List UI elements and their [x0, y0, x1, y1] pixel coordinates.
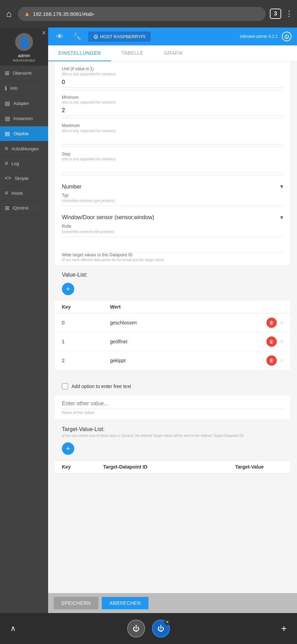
target-col-key: Key: [62, 464, 103, 470]
type-select[interactable]: Number String Boolean: [62, 184, 280, 190]
app-icon-2[interactable]: ⏻ ✕: [152, 620, 170, 637]
unit-field: Unit (if value is 1) (this is only suppo…: [62, 62, 283, 90]
role-select[interactable]: Window/Door sensor (sensor.window) Switc…: [62, 214, 280, 220]
host-label: HOST RASPBERRYPI: [100, 34, 145, 39]
warning-icon: ▲: [24, 10, 30, 18]
maximum-field: Maximum (this is only supported for numb…: [62, 118, 283, 147]
host-button[interactable]: ⏻ HOST RASPBERRYPI: [88, 32, 151, 42]
version-badge: ioBroker.admin 4.2.1: [240, 34, 278, 39]
adapter-icon: ▤: [5, 100, 10, 107]
target-header: Target-Value-List:: [55, 426, 290, 432]
main-content: 👁 🔧 ⏻ HOST RASPBERRYPI ioBroker.admin 4.…: [48, 28, 297, 613]
row-val-2: gekippt: [110, 358, 266, 363]
drag-handle-0[interactable]: ≡: [280, 320, 283, 326]
sidebar-label: Log: [11, 161, 19, 166]
row-actions-1: 🗑 ≡: [266, 336, 283, 347]
close-icon[interactable]: ✕: [42, 30, 46, 36]
row-val-0: geschlossen: [110, 320, 266, 325]
drag-handle-1[interactable]: ≡: [280, 339, 283, 345]
sidebar: ✕ 👤 admin Administrator ⊞ Übersicht ℹ In…: [0, 28, 48, 613]
table-row: 2 gekippt 🗑 ≡: [55, 351, 290, 370]
sidebar-label: Objekte: [13, 131, 29, 136]
sidebar-item-info[interactable]: ℹ Info: [0, 81, 48, 96]
home-button[interactable]: ⌂: [4, 7, 14, 21]
sidebar-label: iQontrol: [13, 205, 29, 211]
row-key-2: 2: [62, 358, 110, 363]
objekte-icon: ▤: [5, 130, 10, 137]
add-tab-button[interactable]: +: [281, 623, 287, 634]
up-button[interactable]: ∧: [10, 624, 16, 633]
address-bar[interactable]: ▲ 192.168.178.35:8081/#tab-: [18, 7, 266, 21]
browser-chrome: ⌂ ▲ 192.168.178.35:8081/#tab- 3 ⋮: [0, 0, 297, 28]
delete-row-2-button[interactable]: 🗑: [266, 355, 277, 366]
log-icon: ≡: [5, 160, 8, 167]
role-sublabel: Rolle (overwrites common.role property): [62, 224, 283, 234]
delete-row-0-button[interactable]: 🗑: [266, 318, 277, 328]
value-list-header: Value-List:: [55, 272, 290, 278]
grid-icon: ⊞: [5, 70, 9, 76]
free-text-input[interactable]: [62, 396, 283, 409]
add-target-button[interactable]: +: [62, 442, 74, 455]
sidebar-label: Instanzen: [13, 116, 33, 121]
target-write-input[interactable]: [62, 242, 283, 253]
minimum-label: Minimum (this is only supported for numb…: [62, 95, 283, 105]
target-col-value: Target-Value: [235, 464, 283, 470]
close-badge-icon: ✕: [164, 619, 170, 625]
col-wert-header: Wert: [110, 304, 283, 310]
unit-input[interactable]: [62, 77, 283, 88]
type-dropdown-wrapper[interactable]: Number String Boolean ▾: [62, 180, 283, 193]
address-text: 192.168.178.35:8081/#tab-: [33, 11, 95, 17]
chevron-down-icon: ▾: [280, 183, 283, 190]
minimum-input[interactable]: [62, 105, 283, 116]
wrench-icon[interactable]: 🔧: [70, 31, 84, 42]
power-button[interactable]: ⏻: [282, 32, 292, 41]
sidebar-item-uebersicht[interactable]: ⊞ Übersicht: [0, 66, 48, 81]
checkbox-section: Add option to enter free text: [55, 377, 290, 396]
tab-grafik[interactable]: GRAFIK: [154, 45, 193, 61]
aufz-icon: ≡: [5, 146, 8, 152]
step-input[interactable]: [62, 162, 283, 173]
target-col-datapoint: Target-Datapoint ID: [103, 464, 235, 470]
sidebar-label: Adapter: [13, 101, 29, 106]
avatar: 👤: [15, 33, 33, 51]
profile-role: Administrator: [13, 58, 35, 62]
sidebar-item-log[interactable]: ≡ Log: [0, 156, 48, 171]
sidebar-item-iqontrol[interactable]: ⊞ iQontrol: [0, 201, 48, 216]
free-text-checkbox[interactable]: [62, 383, 68, 389]
delete-row-1-button[interactable]: 🗑: [266, 336, 277, 347]
minimum-field: Minimum (this is only supported for numb…: [62, 90, 283, 119]
browser-menu-button[interactable]: ⋮: [285, 9, 293, 18]
tab-einstellungen[interactable]: EINSTELLUNGEN: [48, 45, 111, 61]
app-container: ✕ 👤 admin Administrator ⊞ Übersicht ℹ In…: [0, 28, 297, 613]
app-icon-1[interactable]: ⏻: [127, 620, 145, 637]
sidebar-label: Hosts: [11, 191, 23, 196]
hosts-icon: ≡: [5, 190, 8, 196]
row-actions-0: 🗑 ≡: [266, 318, 283, 328]
maximum-input[interactable]: [62, 134, 283, 144]
sidebar-profile: ✕ 👤 admin Administrator: [0, 28, 48, 66]
form-section-basic: Unit (if value is 1) (this is only suppo…: [55, 62, 290, 265]
row-key-0: 0: [62, 320, 110, 325]
eye-icon[interactable]: 👁: [54, 31, 66, 42]
sidebar-item-instanzen[interactable]: ▤ Instanzen: [0, 111, 48, 126]
role-dropdown-wrapper[interactable]: Window/Door sensor (sensor.window) Switc…: [62, 211, 283, 224]
cancel-button[interactable]: ABBRECHEN: [102, 597, 148, 609]
tab-count[interactable]: 3: [270, 9, 281, 19]
sidebar-item-objekte[interactable]: ▤ Objekte: [0, 126, 48, 141]
sidebar-item-skripte[interactable]: <> Skripte: [0, 171, 48, 186]
add-value-button[interactable]: +: [62, 283, 74, 295]
free-text-note: Name of this option: [62, 409, 283, 419]
sidebar-item-hosts[interactable]: ≡ Hosts: [0, 186, 48, 201]
bottom-app-icons: ⏻ ⏻ ✕: [127, 620, 170, 637]
tab-tabelle[interactable]: TABELLE: [111, 45, 154, 61]
save-button[interactable]: SPEICHERN: [54, 597, 98, 609]
value-list-section: Value-List: + Key Wert 0 geschlossen 🗑 ≡: [55, 265, 290, 377]
drag-handle-2[interactable]: ≡: [280, 357, 283, 364]
value-table: Key Wert 0 geschlossen 🗑 ≡ 1 geöffnet: [55, 301, 290, 370]
target-subtext: (if the user enters one of these keys in…: [55, 434, 290, 438]
sidebar-item-adapter[interactable]: ▤ Adapter: [0, 96, 48, 111]
target-value-list-section: Target-Value-List: (if the user enters o…: [55, 419, 290, 473]
sidebar-item-aufzaehlungen[interactable]: ≡ Aufzählungen: [0, 141, 48, 156]
type-field: Number String Boolean ▾ Typ (overwrites …: [62, 175, 283, 206]
profile-name: admin: [18, 53, 30, 58]
